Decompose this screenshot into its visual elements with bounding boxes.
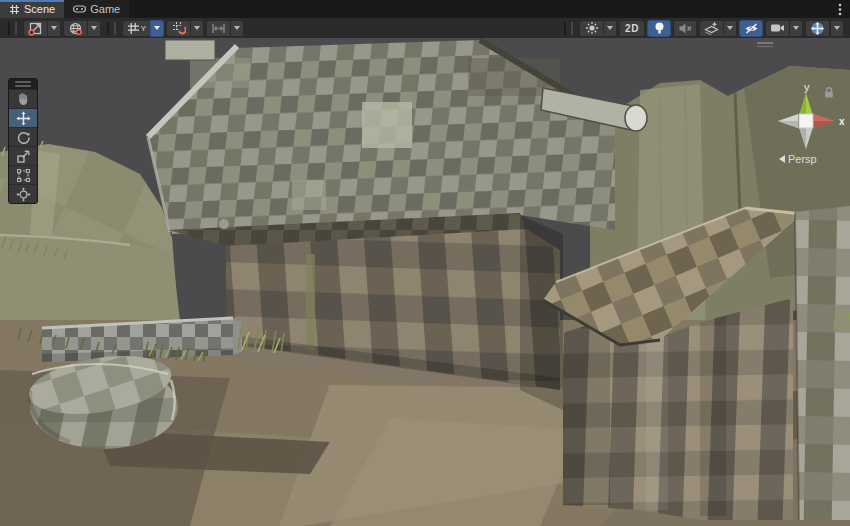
lock-icon [823,86,835,99]
chevron-down-icon [51,26,57,30]
chevron-down-icon [154,26,160,30]
camera-icon [770,22,785,34]
lightbulb-icon [653,21,666,35]
lighting-toggle-button[interactable] [647,20,671,37]
gizmos-dropdown[interactable] [830,20,844,37]
tab-scene[interactable]: Scene [0,0,64,18]
audio-muted-icon [678,22,692,35]
orientation-mode-dropdown[interactable] [87,20,101,37]
grid-visibility-button[interactable]: Y [122,20,150,37]
kebab-icon [838,3,842,16]
chevron-down-icon [793,26,799,30]
hand-tool-button[interactable] [9,89,37,108]
pivot-mode-dropdown[interactable] [47,20,61,37]
gizmo-x-negative-axis[interactable] [778,114,798,128]
overlay-drag-handle[interactable] [564,22,573,35]
rect-icon [16,168,31,183]
view-options-overlay: 2D [560,20,846,37]
grid-visibility-dropdown[interactable] [150,20,164,37]
grid-y-icon [127,22,140,35]
chevron-down-icon [607,26,613,30]
chevron-down-icon [91,26,97,30]
projection-label: Persp [788,153,817,165]
sun-icon [585,21,599,35]
pivot-mode-button[interactable] [23,20,47,37]
gizmo-lock-button[interactable] [823,86,835,99]
2d-toggle-button[interactable]: 2D [619,20,645,37]
audio-toggle-button[interactable] [673,20,697,37]
move-tool-button[interactable] [9,108,37,127]
unity-editor-window: { "window": { "tabs": [ {"label": "Scene… [0,0,850,526]
projection-switch[interactable]: Persp [779,153,817,165]
scale-icon [16,149,31,164]
rotate-tool-button[interactable] [9,127,37,146]
gizmo-y-label: y [804,81,810,93]
tools-overlay [8,78,38,204]
move-snap-dropdown[interactable] [230,20,244,37]
rotate-icon [16,130,31,145]
pane-header: Scene Game [0,0,850,18]
move-icon [16,111,31,126]
scene-viewport[interactable]: y x Per [0,38,850,526]
gizmo-y-negative-axis[interactable] [799,127,813,149]
grid-snap-overlay: Y [122,20,244,37]
move-snap-icon [211,22,226,35]
gizmo-overlay-drag-handle[interactable] [757,42,773,48]
hand-icon [16,92,30,106]
orientation-mode-button[interactable] [63,20,87,37]
gizmo-x-label: x [839,116,845,127]
effects-dropdown[interactable] [723,20,737,37]
scene-grid-icon [9,4,20,15]
gamepad-icon [73,4,86,14]
rect-tool-button[interactable] [9,165,37,184]
snap-increment-button[interactable] [166,20,190,37]
gizmo-y-axis[interactable] [799,93,813,116]
grid-axis-label: Y [141,24,146,33]
effects-icon [704,21,719,35]
tab-game-label: Game [90,3,120,15]
tab-game[interactable]: Game [64,0,129,18]
palette-drag-handle[interactable] [9,79,37,89]
chevron-down-icon [194,26,200,30]
pane-menu-button[interactable] [830,0,850,18]
chevron-down-icon [834,26,840,30]
corner-pillar [795,206,850,520]
gizmo-x-axis[interactable] [814,114,835,128]
2d-label: 2D [625,23,639,34]
draw-mode-dropdown[interactable] [603,20,617,37]
transform-tool-button[interactable] [9,184,37,203]
grid-magnet-icon [172,21,186,35]
transform-icon [16,187,31,202]
snap-increment-dropdown[interactable] [190,20,204,37]
gizmos-toggle-button[interactable] [805,20,829,37]
scale-tool-button[interactable] [9,146,37,165]
move-snap-button[interactable] [206,20,230,37]
projection-arrow-icon [779,155,785,163]
scene-render [0,38,850,526]
draw-mode-button[interactable] [579,20,603,37]
pivot-icon [28,21,43,36]
eye-slash-icon [744,22,759,35]
tool-settings-overlay [23,20,101,37]
chevron-down-icon [234,26,240,30]
scene-view-toolbar: Y [0,18,850,38]
effects-toggle-button[interactable] [699,20,723,37]
scene-visibility-button[interactable] [739,20,763,37]
chevron-down-icon [727,26,733,30]
gizmo-center-cube[interactable] [799,114,813,128]
overlay-drag-handle[interactable] [107,22,116,35]
globe-icon [68,21,83,36]
camera-settings-button[interactable] [765,20,789,37]
camera-settings-dropdown[interactable] [789,20,803,37]
tab-scene-label: Scene [24,3,55,15]
axis-gizmo-icon [810,21,825,36]
overlay-drag-handle[interactable] [8,22,17,35]
